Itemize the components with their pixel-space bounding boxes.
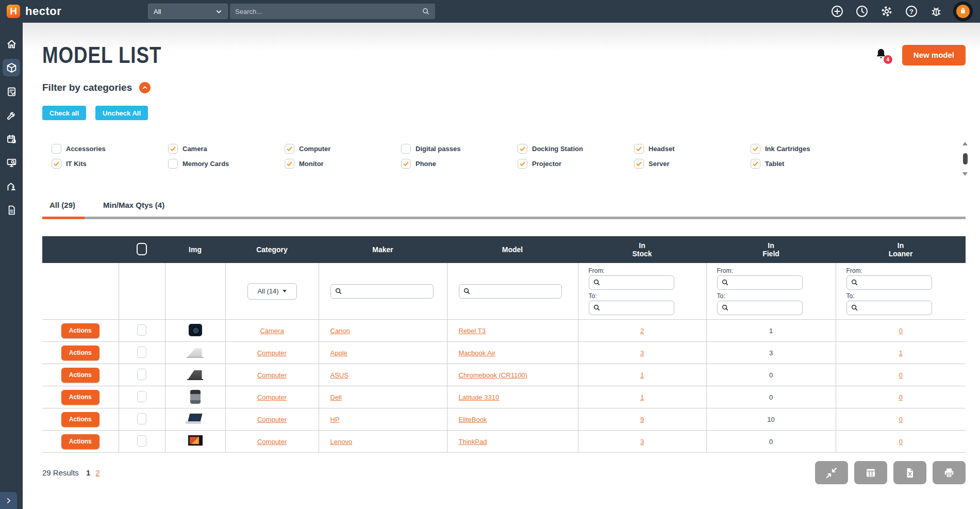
- in-loaner-link[interactable]: 0: [899, 371, 903, 379]
- sidebar-item-audit[interactable]: [3, 154, 20, 171]
- category-filter-checkbox[interactable]: Phone: [401, 159, 518, 169]
- columns-button[interactable]: [854, 461, 887, 484]
- scrollbar-thumb[interactable]: [963, 153, 968, 165]
- row-actions-button[interactable]: Actions: [61, 390, 99, 405]
- check-all-button[interactable]: Check all: [42, 106, 86, 120]
- category-filter-checkbox[interactable]: Digital passes: [401, 144, 518, 154]
- checkbox[interactable]: [285, 144, 294, 154]
- category-filter-checkbox[interactable]: Accessories: [52, 144, 168, 154]
- search-scope-select[interactable]: All: [148, 4, 228, 19]
- checkbox[interactable]: [285, 159, 294, 169]
- checkbox[interactable]: [518, 144, 527, 154]
- maker-link[interactable]: Apple: [330, 349, 347, 357]
- checkbox[interactable]: [751, 159, 760, 169]
- sidebar-item-reservations[interactable]: [3, 130, 20, 147]
- model-link[interactable]: Chromebook (CR1100): [459, 371, 527, 379]
- checkbox[interactable]: [168, 159, 178, 169]
- in-stock-to-input[interactable]: [589, 301, 674, 315]
- checkbox[interactable]: [168, 144, 178, 154]
- plus-circle-icon[interactable]: [830, 5, 844, 18]
- sidebar-item-documents[interactable]: [3, 201, 20, 219]
- category-filter-checkbox[interactable]: Memory Cards: [168, 159, 285, 169]
- category-link[interactable]: Computer: [257, 349, 287, 357]
- category-link[interactable]: Computer: [257, 371, 287, 379]
- checkbox[interactable]: [52, 159, 61, 169]
- maker-filter-input[interactable]: [330, 284, 434, 299]
- model-link[interactable]: EliteBook: [459, 416, 487, 423]
- model-link[interactable]: Rebel T3: [459, 327, 486, 335]
- row-checkbox[interactable]: [137, 347, 146, 358]
- row-checkbox[interactable]: [137, 435, 146, 447]
- avatar[interactable]: [954, 3, 972, 20]
- model-link[interactable]: Macbook Air: [459, 349, 496, 357]
- in-loaner-link[interactable]: 0: [899, 327, 903, 335]
- category-filter-checkbox[interactable]: IT Kits: [52, 159, 168, 169]
- category-link[interactable]: Computer: [257, 438, 287, 446]
- category-filter-dropdown[interactable]: All (14): [247, 283, 297, 300]
- tab-all[interactable]: All (29): [42, 201, 85, 219]
- category-filter-checkbox[interactable]: Camera: [168, 144, 285, 154]
- sidebar-item-borrowers[interactable]: [3, 177, 20, 195]
- print-button[interactable]: [933, 461, 966, 484]
- row-actions-button[interactable]: Actions: [61, 412, 99, 427]
- tab-min-max-qtys[interactable]: Min/Max Qtys (4): [96, 201, 174, 219]
- maker-link[interactable]: HP: [330, 416, 340, 423]
- checkbox[interactable]: [751, 144, 760, 154]
- sidebar-expand-button[interactable]: [0, 492, 17, 509]
- uncheck-all-button[interactable]: Uncheck All: [95, 106, 148, 120]
- category-panel-scrollbar[interactable]: [961, 142, 969, 176]
- category-link[interactable]: Camera: [260, 327, 284, 335]
- row-checkbox[interactable]: [137, 324, 146, 336]
- category-filter-checkbox[interactable]: Tablet: [751, 159, 867, 169]
- in-stock-link[interactable]: 3: [640, 438, 644, 446]
- row-actions-button[interactable]: Actions: [61, 346, 99, 360]
- search-input[interactable]: [235, 8, 422, 15]
- in-stock-link[interactable]: 9: [640, 416, 644, 423]
- in-stock-link[interactable]: 2: [640, 327, 644, 335]
- sidebar-item-models[interactable]: [3, 59, 20, 76]
- maker-link[interactable]: Dell: [330, 393, 342, 401]
- in-stock-link[interactable]: 3: [640, 349, 644, 357]
- checkbox[interactable]: [401, 144, 411, 154]
- select-all-checkbox[interactable]: [137, 243, 147, 255]
- checkbox[interactable]: [401, 159, 411, 169]
- sidebar-item-checkouts[interactable]: [3, 83, 20, 100]
- notifications-bell[interactable]: 4: [874, 47, 888, 63]
- category-link[interactable]: Computer: [257, 416, 287, 423]
- row-checkbox[interactable]: [137, 369, 146, 380]
- collapse-filters-button[interactable]: [139, 82, 151, 93]
- category-filter-checkbox[interactable]: Headset: [634, 144, 751, 154]
- in-loaner-to-input[interactable]: [846, 301, 932, 315]
- category-link[interactable]: Computer: [257, 393, 287, 401]
- pagination-page[interactable]: 2: [95, 468, 99, 477]
- sidebar-item-maintenance[interactable]: [3, 106, 20, 124]
- bug-icon[interactable]: [929, 5, 943, 18]
- sidebar-item-home[interactable]: [3, 35, 20, 53]
- maker-link[interactable]: ASUS: [330, 371, 348, 379]
- in-stock-from-input[interactable]: [589, 275, 674, 290]
- model-link[interactable]: Latitude 3310: [459, 393, 500, 401]
- in-loaner-link[interactable]: 0: [899, 393, 903, 401]
- scroll-down-icon[interactable]: [962, 172, 968, 176]
- category-filter-checkbox[interactable]: Projector: [518, 159, 634, 169]
- app-logo[interactable]: hector: [0, 5, 119, 18]
- category-filter-checkbox[interactable]: Computer: [285, 144, 401, 154]
- category-filter-checkbox[interactable]: Docking Station: [518, 144, 634, 154]
- model-link[interactable]: ThinkPad: [459, 438, 487, 446]
- in-field-from-input[interactable]: [717, 275, 803, 290]
- checkbox[interactable]: [518, 159, 527, 169]
- scroll-up-icon[interactable]: [962, 142, 968, 145]
- maker-link[interactable]: Canon: [330, 327, 350, 335]
- in-loaner-link[interactable]: 0: [899, 416, 903, 423]
- in-loaner-from-input[interactable]: [846, 275, 932, 290]
- checkbox[interactable]: [634, 144, 644, 154]
- search-icon[interactable]: [422, 7, 430, 15]
- clock-icon[interactable]: [855, 5, 869, 18]
- category-filter-checkbox[interactable]: Monitor: [285, 159, 401, 169]
- category-filter-checkbox[interactable]: Server: [634, 159, 751, 169]
- help-icon[interactable]: [905, 5, 918, 18]
- excel-export-button[interactable]: [893, 461, 926, 484]
- model-filter-input[interactable]: [459, 284, 562, 299]
- row-checkbox[interactable]: [137, 413, 146, 424]
- maker-link[interactable]: Lenovo: [330, 438, 353, 446]
